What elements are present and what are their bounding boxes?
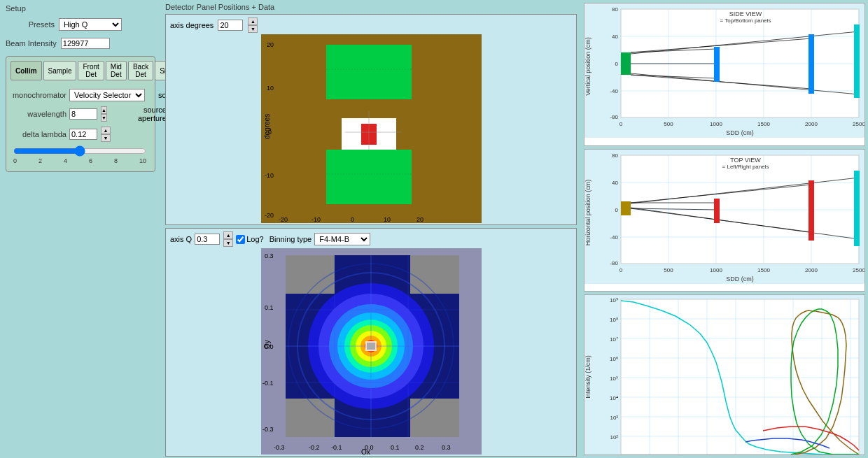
svg-text:TOP VIEW: TOP VIEW [730, 157, 761, 164]
wavelength-down[interactable]: ▼ [101, 114, 107, 122]
tabs-panel: Collim Sample Front Det Mid Det Back Det… [6, 56, 155, 172]
beam-intensity-row: Beam Intensity [6, 38, 155, 49]
monochromator-row: monochromator Velocity Selector Crystal … [10, 89, 150, 101]
svg-text:10⁸: 10⁸ [610, 317, 618, 323]
slider-container: 0 2 4 6 8 10 [10, 146, 150, 164]
wavelength-slider[interactable] [13, 146, 146, 156]
tab-back-det[interactable]: Back Det [128, 61, 153, 80]
detector-plot-svg: 20 10 0 -10 -20 -20 -10 0 10 20 degrees … [261, 34, 482, 223]
top-view-plot: TOP VIEW = Left/Right panels 80 40 0 -40 [584, 149, 865, 292]
delta-lambda-up[interactable]: ▲ [101, 127, 111, 134]
log-checkbox-label[interactable]: Log? [236, 235, 263, 244]
svg-rect-83 [808, 34, 814, 94]
presets-row: Presets High Q Low Q Medium Q [6, 18, 155, 31]
svg-rect-13 [414, 41, 463, 216]
svg-text:40: 40 [612, 180, 618, 186]
svg-text:0.1: 0.1 [265, 304, 274, 311]
wavelength-up[interactable]: ▲ [101, 106, 107, 114]
svg-text:10⁹: 10⁹ [610, 297, 618, 303]
svg-rect-47 [367, 343, 375, 350]
svg-text:0.2: 0.2 [415, 444, 424, 451]
svg-text:-10: -10 [265, 172, 274, 179]
axis-degrees-label: axis degrees [170, 21, 214, 29]
svg-text:0: 0 [620, 121, 623, 127]
svg-rect-27 [410, 399, 459, 437]
beam-intensity-input[interactable] [61, 38, 110, 49]
delta-lambda-down[interactable]: ▼ [101, 134, 111, 142]
monochromator-label: monochromator [10, 91, 66, 99]
svg-text:Horizontal position (cm): Horizontal position (cm) [584, 179, 592, 245]
svg-text:20: 20 [416, 216, 424, 223]
wavelength-stepper[interactable]: ▲ ▼ [101, 106, 107, 122]
svg-text:10⁷: 10⁷ [610, 336, 618, 343]
monochromator-select[interactable]: Velocity Selector Crystal [69, 89, 145, 101]
svg-text:-20: -20 [265, 212, 274, 219]
axis-q-label: axis Q [170, 235, 192, 243]
svg-text:degrees: degrees [345, 222, 370, 223]
beam-intensity-label: Beam Intensity [6, 39, 57, 48]
tab-collim[interactable]: Collim [10, 61, 42, 80]
svg-text:1000: 1000 [710, 121, 722, 127]
svg-text:-20: -20 [279, 216, 288, 223]
intensity-plot: 10⁹ 10⁸ 10⁷ 10⁶ 10⁵ 10⁴ 10³ 10² 10⁻⁴ 10⁻… [584, 294, 865, 455]
delta-lambda-input[interactable] [69, 129, 97, 140]
q-scatter-svg: 0.3 0.1 0.0 -0.1 -0.3 -0.3 -0.2 -0.1 0.0… [261, 248, 482, 455]
svg-text:2500: 2500 [853, 267, 865, 273]
svg-text:10⁴: 10⁴ [610, 395, 618, 401]
wavelength-input[interactable] [69, 108, 97, 120]
presets-label: Presets [6, 20, 55, 29]
q-section: axis Q ▲ ▼ Log? Binning type F4-M4-B F4-… [165, 228, 577, 457]
tab-sample[interactable]: Sample [43, 61, 77, 80]
svg-rect-15 [326, 150, 412, 204]
svg-rect-118 [808, 180, 814, 241]
source-aperture-label: source aperture [114, 106, 167, 122]
svg-rect-12 [276, 41, 326, 216]
axis-degrees-stepper[interactable]: ▲ ▼ [248, 17, 258, 33]
svg-text:0: 0 [620, 267, 623, 273]
q-header: axis Q ▲ ▼ Log? Binning type F4-M4-B F4-… [167, 230, 575, 248]
axis-degrees-input[interactable] [218, 20, 243, 31]
axis-q-stepper[interactable]: ▲ ▼ [223, 231, 233, 247]
left-panel: Setup Presets High Q Low Q Medium Q Beam… [0, 0, 161, 458]
svg-text:0: 0 [615, 61, 619, 67]
svg-text:SDD (cm): SDD (cm) [726, 129, 754, 136]
presets-select[interactable]: High Q Low Q Medium Q [59, 18, 122, 31]
svg-rect-99 [621, 155, 859, 264]
tab-mid-det[interactable]: Mid Det [106, 61, 127, 80]
svg-text:1500: 1500 [757, 267, 770, 273]
svg-text:20: 20 [267, 41, 274, 48]
svg-rect-63 [621, 9, 859, 117]
delta-lambda-stepper[interactable]: ▲ ▼ [101, 127, 111, 142]
binning-type-label: Binning type [270, 235, 312, 243]
right-panel: SIDE VIEW = Top/Bottom panels 80 40 0 - [581, 0, 868, 458]
svg-rect-84 [854, 24, 860, 98]
delta-lambda-row: delta lambda ▲ ▼ [10, 127, 150, 142]
svg-text:0.1: 0.1 [391, 444, 400, 451]
svg-text:0.3: 0.3 [265, 252, 274, 259]
side-view-svg: SIDE VIEW = Top/Bottom panels 80 40 0 - [584, 3, 865, 138]
svg-text:80: 80 [612, 152, 618, 159]
svg-text:2000: 2000 [805, 267, 818, 273]
svg-text:10: 10 [384, 216, 391, 223]
svg-text:-0.3: -0.3 [262, 426, 274, 433]
svg-text:2000: 2000 [805, 121, 818, 127]
delta-lambda-label: delta lambda [10, 130, 66, 138]
svg-text:500: 500 [664, 267, 673, 273]
tab-front-det[interactable]: Front Det [78, 61, 104, 80]
collim-content: monochromator Velocity Selector Crystal … [10, 86, 150, 167]
svg-text:500: 500 [664, 121, 673, 127]
svg-text:0.3: 0.3 [442, 444, 451, 451]
slider-labels: 0 2 4 6 8 10 [13, 157, 146, 164]
svg-text:Qy: Qy [263, 340, 271, 349]
svg-rect-25 [410, 255, 459, 294]
svg-text:Vertical position (cm): Vertical position (cm) [584, 37, 592, 96]
log-label: Log? [246, 235, 263, 243]
binning-select[interactable]: F4-M4-B F4-M4 F4 [314, 233, 370, 245]
svg-text:80: 80 [612, 6, 618, 13]
svg-text:Intensity (1/cm): Intensity (1/cm) [584, 355, 592, 399]
side-view-plot: SIDE VIEW = Top/Bottom panels 80 40 0 - [584, 3, 865, 146]
axis-q-input[interactable] [195, 234, 220, 245]
log-checkbox[interactable] [236, 235, 245, 244]
svg-rect-110 [621, 201, 631, 215]
svg-rect-119 [854, 171, 860, 246]
